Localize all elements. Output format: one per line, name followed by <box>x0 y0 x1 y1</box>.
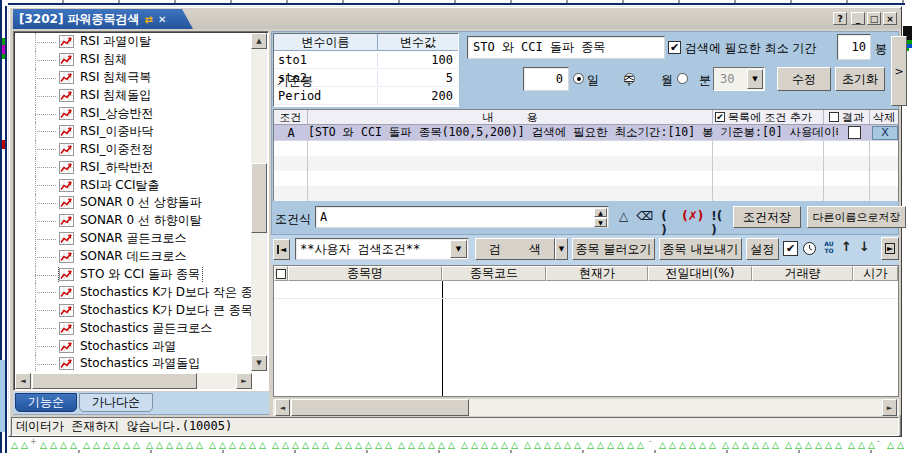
add-all-checkbox[interactable]: ✔ <box>715 112 725 122</box>
var-value-header[interactable]: 변수값 <box>378 34 458 50</box>
minimize-button[interactable]: _ <box>851 12 865 25</box>
tab-close-icon[interactable]: ✕ <box>158 14 166 25</box>
tree-item[interactable]: SONAR 골든크로스 <box>15 230 252 248</box>
results-column-header[interactable]: 거래량 <box>752 266 853 281</box>
dropdown-arrow-icon[interactable]: ▼ <box>450 240 467 258</box>
toolbar-checkbox-icon[interactable]: ✔ <box>783 241 798 256</box>
tree-item[interactable]: Stochastics 과열돌입 <box>15 355 252 371</box>
tree-item[interactable]: RSI_하락반전 <box>15 158 252 176</box>
tree-vscrollbar[interactable]: ▲ ▼ <box>251 33 267 371</box>
expand-panel-button[interactable]: > <box>891 36 907 106</box>
radio-month[interactable] <box>677 73 688 84</box>
results-hscroll-thumb[interactable] <box>291 399 469 416</box>
save-condition-button[interactable]: 조건저장 <box>733 206 801 228</box>
tree-item[interactable]: RSI_상승반전 <box>15 105 252 123</box>
maximize-button[interactable]: □ <box>867 12 881 25</box>
variable-row[interactable]: sto1100 <box>274 51 458 69</box>
tree-item[interactable]: RSI 과열이탈 <box>15 33 252 51</box>
close-button[interactable]: × <box>883 12 897 25</box>
scroll-right-icon[interactable]: ► <box>236 373 252 389</box>
grid-header-add[interactable]: ✔목록에 조건 추가 <box>713 110 824 124</box>
expand-right-button[interactable]: ► <box>881 237 899 260</box>
condition-delete-button[interactable]: X <box>872 126 898 140</box>
search-button[interactable]: 검 색 <box>475 238 555 260</box>
tree-item[interactable]: Stochastics K가 D보다 큰 종목 <box>15 301 252 319</box>
tree-item[interactable]: Stochastics 과열 <box>15 337 252 355</box>
min-period-input[interactable]: 10 <box>837 34 871 60</box>
window-tab[interactable]: [3202] 파워종목검색 ⇄ ✕ <box>13 9 193 29</box>
help-button[interactable]: ? <box>833 12 847 25</box>
parens-x-icon[interactable]: (✗) <box>682 209 703 237</box>
auto-search-icon[interactable]: AU TO <box>821 240 837 256</box>
bar-arrow-right-icon: ► <box>885 243 895 254</box>
tree-item[interactable]: SONAR 0 선 상향돌파 <box>15 194 252 212</box>
condition-row-A[interactable]: A [STO 와 CCI 돌파 종목(100,5,200)] 검색에 필요한 최… <box>274 125 898 141</box>
move-up-icon[interactable]: ↑ <box>841 239 852 254</box>
tree-item[interactable]: STO 와 CCI 돌파 종목 <box>15 266 252 284</box>
select-all-checkbox[interactable] <box>276 269 286 279</box>
results-column-header[interactable]: 전일대비(%) <box>648 266 752 281</box>
formula-input[interactable]: A ▲ ▼ <box>315 206 609 228</box>
tree-item[interactable]: RSI_이중바닥 <box>15 122 252 140</box>
eraser-icon[interactable]: ⌫ <box>636 209 653 237</box>
chart-icon <box>59 53 74 66</box>
collapse-left-button[interactable]: ◄ <box>273 239 290 260</box>
spinner-up-icon[interactable]: ▲ <box>594 208 607 217</box>
chart-icon <box>59 268 74 281</box>
results-column-header[interactable]: 시가 <box>853 266 898 281</box>
tree-item[interactable]: SONAR 데드크로스 <box>15 248 252 266</box>
base-bar-input[interactable]: 0 <box>523 67 569 91</box>
results-hscrollbar[interactable]: ◄ ► <box>273 399 899 416</box>
results-column-header[interactable]: 종목명 <box>288 266 442 281</box>
tree-vscroll-thumb[interactable] <box>251 163 267 233</box>
save-as-button[interactable]: 다른이름으로저장 <box>807 206 906 228</box>
search-options-button[interactable]: ▼ <box>555 238 568 260</box>
result-all-checkbox[interactable] <box>829 112 839 122</box>
not-parens-icon[interactable]: !( ) <box>711 209 729 237</box>
scroll-left-icon[interactable]: ◄ <box>15 373 31 389</box>
minute-dropdown[interactable]: 30 ▼ <box>713 67 765 91</box>
tab-function-order[interactable]: 기능순 <box>15 393 77 412</box>
min-period-checkbox[interactable]: ✔ <box>668 41 681 54</box>
results-column-header[interactable]: 종목코드 <box>442 266 546 281</box>
scroll-left-icon[interactable]: ◄ <box>275 399 290 416</box>
reset-button[interactable]: 초기화 <box>835 67 885 91</box>
grid-header-result[interactable]: 결과 <box>824 110 870 124</box>
modify-button[interactable]: 수정 <box>777 67 831 91</box>
grid-header-content[interactable]: 내 용 <box>308 110 713 124</box>
clock-icon[interactable] <box>802 241 817 256</box>
tree-item[interactable]: RSI 침체극복 <box>15 69 252 87</box>
tree-item[interactable]: RSI 침체돌입 <box>15 87 252 105</box>
scroll-right-icon[interactable]: ► <box>882 399 897 416</box>
spinner-down-icon[interactable]: ▼ <box>594 218 607 227</box>
var-name-header[interactable]: 변수이름 <box>274 34 378 50</box>
settings-button[interactable]: 설정 <box>746 238 779 260</box>
move-down-icon[interactable]: ↓ <box>859 239 870 254</box>
tab-alphabetical-order[interactable]: 가나다순 <box>79 393 153 412</box>
tree-item[interactable]: RSI_이중천정 <box>15 140 252 158</box>
condition-result-checkbox[interactable] <box>848 126 861 139</box>
load-stocks-label: 종목 불러오기 <box>576 241 652 258</box>
tree-item[interactable]: Stochastics 골든크로스 <box>15 319 252 337</box>
tree-item[interactable]: Stochastics K가 D보다 작은 종목 <box>15 283 252 301</box>
condition-name-input[interactable]: STO 와 CCI 돌파 종목 <box>467 36 665 59</box>
load-stocks-button[interactable]: 종목 불러오기 <box>572 238 655 260</box>
chart-icon <box>59 340 74 353</box>
dropdown-arrow-icon[interactable]: ▼ <box>747 69 763 89</box>
preset-dropdown[interactable]: **사용자 검색조건** ▼ <box>295 238 469 260</box>
radio-day[interactable] <box>573 73 584 84</box>
tree-item[interactable]: RSI과 CCI탈출 <box>15 176 252 194</box>
scroll-down-icon[interactable]: ▼ <box>251 355 267 371</box>
tree-hscrollbar[interactable]: ◄ ► <box>15 373 252 389</box>
results-column-header[interactable]: 현재가 <box>546 266 648 281</box>
scroll-up-icon[interactable]: ▲ <box>251 33 267 49</box>
tree-item[interactable]: SONAR 0 선 하향이탈 <box>15 212 252 230</box>
export-stocks-button[interactable]: 종목 내보내기 <box>659 238 742 260</box>
tree-item[interactable]: RSI 침체 <box>15 51 252 69</box>
parens-icon[interactable]: ( ) <box>661 209 674 237</box>
results-select-all[interactable] <box>274 266 288 281</box>
grid-header-cond[interactable]: 조건 <box>274 110 308 124</box>
triangle-icon[interactable]: △ <box>619 209 628 237</box>
tree-hscroll-thumb[interactable] <box>32 373 197 389</box>
tab-move-icon[interactable]: ⇄ <box>145 14 153 25</box>
